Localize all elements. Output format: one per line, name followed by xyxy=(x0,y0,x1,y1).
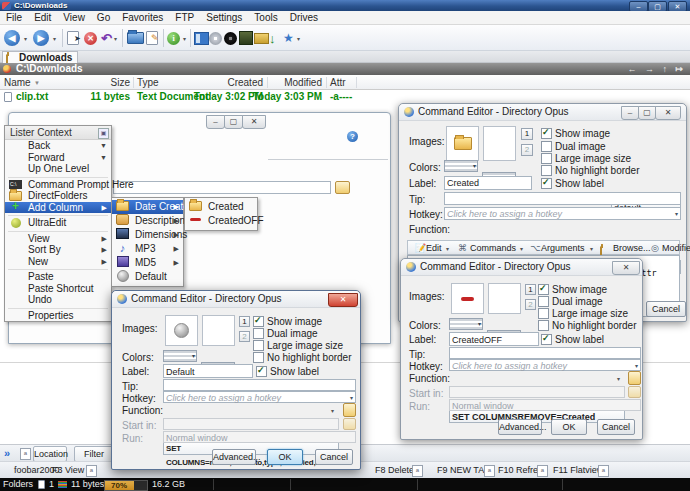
f3-view-button[interactable]: F3 View xyxy=(52,464,84,477)
dialog2-image2[interactable] xyxy=(488,283,521,314)
dialog3-image1[interactable] xyxy=(165,315,198,346)
dialog1-show-image-checkbox[interactable]: Show image xyxy=(541,128,610,139)
dialog1-show-label-checkbox[interactable]: Show label xyxy=(541,178,604,189)
menu-item-sort-by[interactable]: Sort By▶ xyxy=(5,244,111,256)
dialog2-advanced-button[interactable]: Advanced... xyxy=(498,419,542,435)
dialog3-no-highlight-checkbox[interactable]: No highlight border xyxy=(253,352,352,363)
col-attr[interactable]: Attr xyxy=(330,75,346,90)
dialog2-show-image-checkbox[interactable]: Show image xyxy=(538,284,607,295)
back-dropdown-icon[interactable]: ▾ xyxy=(24,29,27,47)
open-folder-icon[interactable] xyxy=(127,29,144,47)
menu-ftp[interactable]: FTP xyxy=(169,11,200,25)
dialog2-image2-button[interactable]: 2 xyxy=(525,299,536,310)
dialog3-show-image-checkbox[interactable]: Show image xyxy=(253,316,322,327)
dialog3-tip-field[interactable] xyxy=(163,379,356,391)
menu-settings[interactable]: Settings xyxy=(200,11,248,25)
dialog3-close-button[interactable]: ✕ xyxy=(328,293,358,307)
dialog1-large-image-checkbox[interactable]: Large image size xyxy=(541,153,631,164)
dialog1-cancel-button[interactable]: Cancel xyxy=(646,301,686,317)
dialog2-ok-button[interactable]: OK xyxy=(551,419,587,435)
commands-label[interactable]: Commands xyxy=(470,241,516,256)
dialog2-label-field[interactable]: CreatedOFF xyxy=(449,332,539,346)
submenu-created-off[interactable]: CreatedOFF xyxy=(185,214,257,228)
submenu-created[interactable]: Created xyxy=(185,200,257,214)
dialog1-maximize-button[interactable]: ▢ xyxy=(638,106,656,120)
favorites-star-icon[interactable]: ★ xyxy=(283,29,294,47)
bg-path-field[interactable] xyxy=(113,181,331,194)
dialog1-tip-field[interactable] xyxy=(444,192,681,205)
modifiers-icon[interactable]: ◎ xyxy=(651,241,659,256)
dialog3-show-label-checkbox[interactable]: Show label xyxy=(256,366,319,377)
dialog2-image1[interactable] xyxy=(451,283,484,314)
dialog1-dual-image-checkbox[interactable]: Dual image xyxy=(541,141,606,152)
menu-item-new[interactable]: New▶ xyxy=(5,256,111,268)
submenu-default[interactable]: Default xyxy=(112,270,183,284)
menu-tools[interactable]: Tools xyxy=(248,11,283,25)
dialog1-image1[interactable] xyxy=(446,126,479,161)
dialog3-color1-dropdown[interactable]: ▾ xyxy=(163,350,197,362)
dialog3-dual-image-checkbox[interactable]: Dual image xyxy=(253,328,318,339)
delete-icon[interactable]: ✕ xyxy=(84,29,97,47)
bg-close-button[interactable]: ✕ xyxy=(242,115,266,129)
forward-icon[interactable]: ▶ xyxy=(33,29,49,47)
info-icon[interactable]: i xyxy=(167,29,180,47)
location-button[interactable]: Location xyxy=(33,446,67,462)
submenu-date-created[interactable]: Date Created▶ xyxy=(112,200,183,214)
dialog3-function-caret-icon[interactable]: ▾ xyxy=(331,407,334,414)
dialog3-large-image-checkbox[interactable]: Large image size xyxy=(253,340,343,351)
dialog2-no-highlight-checkbox[interactable]: No highlight border xyxy=(538,320,637,331)
bg-maximize-button[interactable]: ▢ xyxy=(224,115,243,129)
dialog2-large-image-checkbox[interactable]: Large image size xyxy=(538,308,628,319)
edit-label[interactable]: Edit xyxy=(426,241,442,256)
menu-view[interactable]: View xyxy=(57,11,91,25)
dialog3-ok-button[interactable]: OK xyxy=(267,449,303,465)
path-bar[interactable]: C:\Downloads ← → ↑ ↦ xyxy=(0,63,690,75)
arguments-icon[interactable]: ⌥ xyxy=(530,241,540,256)
dialog2-tip-field[interactable] xyxy=(449,347,641,359)
col-type[interactable]: Type xyxy=(137,75,159,90)
dialog2-close-button[interactable]: ✕ xyxy=(612,261,640,275)
col-name[interactable]: Name xyxy=(4,75,31,90)
dialog1-color1-dropdown[interactable]: ▾ xyxy=(444,160,478,172)
back-icon[interactable]: ◀ xyxy=(4,29,20,47)
dialog1-label-field[interactable]: Created xyxy=(444,176,532,190)
menu-file[interactable]: File xyxy=(0,11,28,25)
menu-item-undo[interactable]: Undo xyxy=(5,294,111,306)
dialog3-hotkey-field[interactable]: Click here to assign a hotkey▾ xyxy=(163,391,356,403)
select-files-icon[interactable]: ➤ xyxy=(67,29,81,47)
menu-item-forward[interactable]: Forward▼ xyxy=(5,152,111,164)
bg-minimize-button[interactable]: – xyxy=(206,115,225,129)
media-player-icon[interactable] xyxy=(239,29,253,47)
forward-dropdown-icon[interactable]: ▾ xyxy=(53,29,56,47)
menu-item-paste[interactable]: Paste xyxy=(5,271,111,283)
dialog3-advanced-button[interactable]: Advanced... xyxy=(212,449,256,465)
dialog1-hotkey-field[interactable]: Click here to assign a hotkey▾ xyxy=(444,207,681,220)
modifiers-label[interactable]: Modifiers xyxy=(662,241,690,256)
dialog1-image1-button[interactable]: 1 xyxy=(521,128,533,140)
dialog1-close-button[interactable]: ✕ xyxy=(655,106,681,120)
bg-browse-folder-icon[interactable] xyxy=(335,181,350,194)
menu-item-add-column[interactable]: +Add Column▶ xyxy=(5,202,111,214)
dialog3-cancel-button[interactable]: Cancel xyxy=(315,449,353,465)
browse-label[interactable]: Browse... xyxy=(613,241,651,256)
menu-item-command-prompt[interactable]: C:\Command Prompt Here xyxy=(5,179,111,191)
dialog1-minimize-button[interactable]: – xyxy=(621,106,639,120)
menu-item-up-one-level[interactable]: Up One Level xyxy=(5,163,111,175)
dialog3-function-browse-icon[interactable] xyxy=(343,403,356,417)
jump-arrows-icon[interactable]: » xyxy=(4,447,10,459)
menu-go[interactable]: Go xyxy=(91,11,116,25)
menu-item-directfolders[interactable]: DirectFolders xyxy=(5,190,111,202)
archive-icon[interactable] xyxy=(254,29,269,47)
dialog3-image2[interactable] xyxy=(202,315,235,346)
arguments-label[interactable]: Arguments xyxy=(541,241,585,256)
path-nav-arrows[interactable]: ← → ↑ ↦ xyxy=(627,63,686,75)
submenu-descriptions[interactable]: Descriptions▶ xyxy=(112,214,183,228)
info-dropdown-icon[interactable]: ▾ xyxy=(183,29,186,47)
dialog1-image2[interactable] xyxy=(483,126,516,161)
menu-item-properties[interactable]: Properties xyxy=(5,310,111,322)
dialog1-no-highlight-checkbox[interactable]: No highlight border xyxy=(541,165,640,176)
dialog3-image2-button[interactable]: 2 xyxy=(239,331,250,342)
dialog2-image1-button[interactable]: 1 xyxy=(525,284,536,295)
undo-icon[interactable]: ↶ xyxy=(101,29,112,47)
f11-flatview-button[interactable]: F11 Flatview xyxy=(553,464,603,477)
